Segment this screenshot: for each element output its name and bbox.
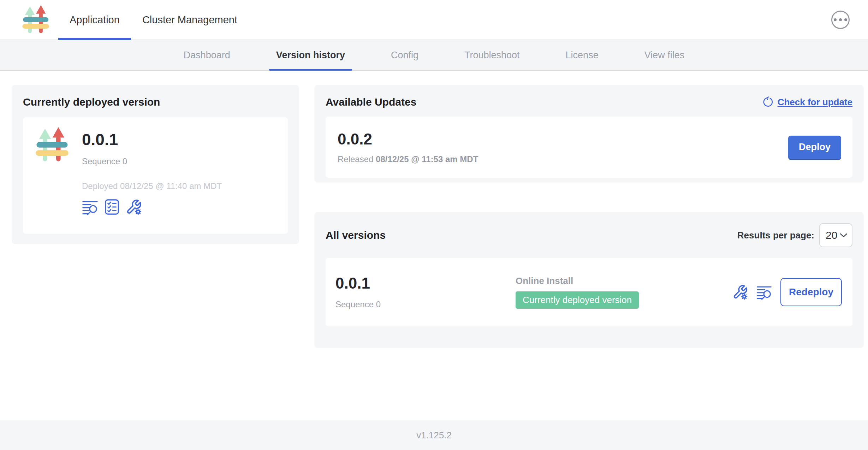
deployed-sequence: Sequence 0 [82, 156, 222, 166]
tab-troubleshoot[interactable]: Troubleshoot [457, 40, 527, 70]
currently-deployed-card: Currently deployed version 0.0.1 Sequenc… [12, 85, 299, 244]
console-footer: v1.125.2 [0, 420, 868, 450]
update-version-number: 0.0.2 [338, 130, 478, 148]
deployed-timestamp: Deployed 08/12/25 @ 11:40 am MDT [82, 181, 222, 191]
update-row: 0.0.2 Released 08/12/25 @ 11:53 am MDT D… [326, 117, 852, 178]
results-per-page-label: Results per page: [737, 230, 814, 241]
tab-cluster-management[interactable]: Cluster Management [131, 0, 249, 40]
main-content: Currently deployed version 0.0.1 Sequenc… [0, 71, 868, 420]
update-released-timestamp: Released 08/12/25 @ 11:53 am MDT [338, 154, 478, 164]
ellipsis-icon [834, 18, 837, 21]
overflow-menu-button[interactable] [831, 11, 850, 29]
admin-console: Application Cluster Management Dashboard… [0, 0, 868, 450]
chevron-down-icon [840, 233, 848, 238]
tab-dashboard[interactable]: Dashboard [177, 40, 237, 70]
version-row: 0.0.1 Sequence 0 Online Install Currentl… [326, 258, 852, 326]
app-logo [22, 0, 50, 40]
app-logo-icon [22, 5, 50, 35]
redeploy-button[interactable]: Redeploy [780, 278, 842, 306]
deployed-version-number: 0.0.1 [82, 131, 222, 149]
preflight-checklist-icon[interactable] [104, 199, 120, 215]
available-updates-card: Available Updates Check for update 0.0.2… [314, 85, 864, 183]
tab-version-history[interactable]: Version history [269, 40, 352, 70]
app-logo-icon [36, 126, 69, 164]
config-wrench-icon[interactable] [732, 284, 748, 300]
row-version-number: 0.0.1 [335, 275, 516, 292]
diff-logs-icon[interactable] [756, 284, 772, 300]
tab-application[interactable]: Application [58, 0, 131, 40]
top-navbar: Application Cluster Management [0, 0, 868, 40]
app-subnav: Dashboard Version history Config Trouble… [0, 40, 868, 71]
top-nav-tabs: Application Cluster Management [58, 0, 249, 40]
deploy-button[interactable]: Deploy [788, 136, 841, 159]
config-wrench-icon[interactable] [126, 199, 142, 215]
all-versions-card: All versions Results per page: 20 0.0.1 … [314, 212, 864, 348]
all-versions-title: All versions [326, 229, 386, 241]
tab-config[interactable]: Config [384, 40, 426, 70]
console-version: v1.125.2 [416, 430, 452, 441]
tab-view-files[interactable]: View files [637, 40, 692, 70]
deployed-card-title: Currently deployed version [23, 96, 288, 108]
available-updates-title: Available Updates [326, 96, 416, 108]
tab-application-label: Application [70, 14, 120, 26]
results-per-page-select[interactable]: 20 [819, 223, 852, 247]
diff-logs-icon[interactable] [82, 199, 98, 215]
deployed-version-panel: 0.0.1 Sequence 0 Deployed 08/12/25 @ 11:… [23, 117, 288, 234]
tab-license[interactable]: License [559, 40, 606, 70]
tab-cluster-management-label: Cluster Management [142, 14, 237, 26]
app-logo [36, 126, 69, 227]
row-sequence: Sequence 0 [335, 300, 516, 309]
install-type-label: Online Install [516, 276, 732, 286]
currently-deployed-badge: Currently deployed version [516, 291, 639, 309]
check-for-update-link[interactable]: Check for update [762, 96, 852, 108]
refresh-icon [762, 96, 773, 108]
